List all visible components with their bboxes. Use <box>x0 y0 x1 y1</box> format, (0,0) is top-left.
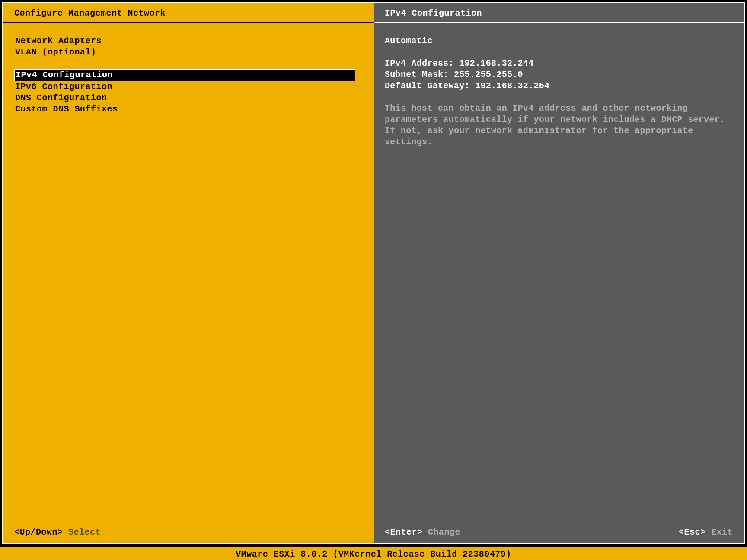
action-change: Change <box>428 527 460 537</box>
menu-item-ipv6-config[interactable]: IPv6 Configuration <box>14 81 362 92</box>
subnet-mask-label: Subnet Mask: <box>385 70 449 80</box>
ipv4-address-label: IPv4 Address: <box>385 58 454 68</box>
key-updown: <Up/Down> <box>14 527 63 537</box>
menu-item-custom-dns-suffixes[interactable]: Custom DNS Suffixes <box>14 104 362 115</box>
left-footer: <Up/Down> Select <box>3 522 374 543</box>
menu-item-ipv4-config[interactable]: IPv4 Configuration <box>14 69 355 81</box>
updown-hint: <Up/Down> Select <box>14 527 101 537</box>
config-mode: Automatic <box>385 35 733 47</box>
menu-item-dns-config[interactable]: DNS Configuration <box>14 92 362 104</box>
menu-item-vlan[interactable]: VLAN (optional) <box>14 47 362 58</box>
ipv4-address-row: IPv4 Address: 192.168.32.244 <box>385 58 733 69</box>
menu-gap <box>14 58 362 69</box>
default-gateway-row: Default Gateway: 192.168.32.254 <box>385 80 733 92</box>
action-select: Select <box>68 527 101 537</box>
default-gateway-value: 192.168.32.254 <box>475 81 549 91</box>
left-panel: Configure Management Network Network Ada… <box>3 3 374 543</box>
esc-hint: <Esc> Exit <box>679 527 733 537</box>
menu-list: Network Adapters VLAN (optional) IPv4 Co… <box>3 23 374 522</box>
key-enter: <Enter> <box>385 527 423 537</box>
main-container: Configure Management Network Network Ada… <box>3 3 744 543</box>
help-text: This host can obtain an IPv4 address and… <box>385 103 733 148</box>
key-esc: <Esc> <box>679 527 706 537</box>
ipv4-address-value: 192.168.32.244 <box>459 58 533 68</box>
right-footer: <Enter> Change <Esc> Exit <box>374 522 744 543</box>
left-panel-title: Configure Management Network <box>3 3 374 23</box>
detail-content: Automatic IPv4 Address: 192.168.32.244 S… <box>374 23 744 522</box>
default-gateway-label: Default Gateway: <box>385 81 470 91</box>
right-panel-title: IPv4 Configuration <box>374 3 744 23</box>
enter-hint: <Enter> Change <box>385 527 460 537</box>
status-bar: VMware ESXi 8.0.2 (VMKernel Release Buil… <box>0 547 747 560</box>
right-panel: IPv4 Configuration Automatic IPv4 Addres… <box>374 3 744 543</box>
subnet-mask-row: Subnet Mask: 255.255.255.0 <box>385 69 733 80</box>
action-exit: Exit <box>711 527 733 537</box>
subnet-mask-value: 255.255.255.0 <box>454 70 523 80</box>
menu-item-network-adapters[interactable]: Network Adapters <box>14 35 362 47</box>
